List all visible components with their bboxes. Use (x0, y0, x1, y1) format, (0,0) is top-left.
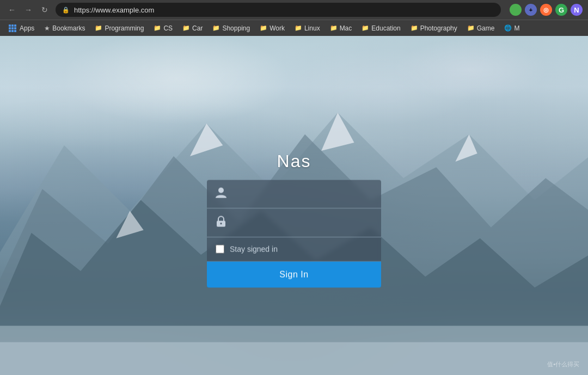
stay-signed-in-checkbox[interactable] (216, 245, 224, 254)
photography-item[interactable]: 📁 Photography (406, 23, 462, 34)
cs-label: CS (163, 24, 173, 32)
more-item[interactable]: 🌐 M (500, 23, 524, 34)
bookmarks-label: Bookmarks (52, 24, 85, 32)
ext-green-icon[interactable] (510, 4, 522, 16)
browser-frame: ← → ↻ 🔒 https://www.example.com + ◎ G N … (0, 0, 588, 375)
ext-purple-icon[interactable]: N (571, 4, 583, 16)
lock-icon: 🔒 (62, 7, 70, 14)
lock-field-icon (216, 215, 226, 230)
url-text: https://www.example.com (74, 6, 154, 14)
forward-button[interactable]: → (22, 3, 35, 16)
page-title: Nas (277, 151, 311, 171)
folder-icon: 📁 (212, 24, 220, 32)
globe-icon: 🌐 (504, 24, 512, 32)
folder-icon: 📁 (362, 24, 369, 32)
car-label: Car (192, 24, 203, 32)
shopping-item[interactable]: 📁 Shopping (208, 23, 254, 34)
stay-signed-in-label: Stay signed in (230, 245, 278, 254)
more-label: M (514, 24, 519, 32)
bookmarks-bar: Apps ★ Bookmarks 📁 Programming 📁 CS 📁 Ca… (0, 20, 588, 36)
password-input[interactable] (233, 218, 372, 227)
folder-icon: 📁 (411, 24, 418, 32)
bookmarks-item[interactable]: ★ Bookmarks (40, 23, 89, 34)
car-item[interactable]: 📁 Car (178, 23, 207, 34)
folder-icon: 📁 (467, 24, 475, 32)
folder-icon: 📁 (330, 24, 338, 32)
watermark: 值•什么得买 (547, 360, 579, 368)
programming-label: Programming (105, 24, 144, 32)
login-card: Stay signed in Sign In (207, 180, 381, 287)
username-row (207, 180, 381, 208)
folder-icon: 📁 (260, 24, 267, 32)
browser-titlebar: ← → ↻ 🔒 https://www.example.com + ◎ G N (0, 0, 588, 20)
ext-orange-icon[interactable]: ◎ (540, 4, 552, 16)
ext-blue-icon[interactable]: + (525, 4, 537, 16)
star-icon: ★ (44, 24, 50, 32)
folder-icon: 📁 (182, 24, 190, 32)
shopping-label: Shopping (222, 24, 250, 32)
apps-bookmark[interactable]: Apps (4, 23, 39, 34)
back-button[interactable]: ← (5, 3, 19, 16)
sign-in-button[interactable]: Sign In (207, 261, 381, 287)
address-bar[interactable]: 🔒 https://www.example.com (56, 3, 501, 17)
education-label: Education (371, 24, 400, 32)
work-label: Work (270, 24, 285, 32)
svg-rect-4 (0, 342, 588, 375)
cs-item[interactable]: 📁 CS (149, 23, 177, 34)
linux-label: Linux (304, 24, 320, 32)
browser-controls: ← → ↻ (5, 3, 51, 16)
password-row (207, 208, 381, 237)
apps-label: Apps (20, 24, 34, 32)
page-content: Nas (0, 36, 588, 375)
programming-item[interactable]: 📁 Programming (90, 23, 148, 34)
linux-item[interactable]: 📁 Linux (290, 23, 324, 34)
browser-extensions: + ◎ G N (510, 4, 583, 16)
game-item[interactable]: 📁 Game (463, 23, 499, 34)
education-item[interactable]: 📁 Education (357, 23, 405, 34)
stay-signed-in-row: Stay signed in (207, 237, 381, 261)
photography-label: Photography (420, 24, 457, 32)
user-icon (216, 186, 226, 201)
work-item[interactable]: 📁 Work (255, 23, 289, 34)
svg-point-9 (218, 187, 224, 193)
folder-icon: 📁 (154, 24, 161, 32)
folder-icon: 📁 (95, 24, 102, 32)
game-label: Game (477, 24, 495, 32)
mac-item[interactable]: 📁 Mac (326, 23, 357, 34)
mac-label: Mac (340, 24, 352, 32)
apps-grid-icon (9, 24, 16, 32)
username-input[interactable] (233, 189, 372, 198)
reload-button[interactable]: ↻ (38, 3, 51, 16)
ext-grammarly-icon[interactable]: G (555, 4, 567, 16)
svg-point-11 (220, 223, 222, 224)
folder-icon: 📁 (295, 24, 302, 32)
login-container: Nas (207, 151, 381, 287)
